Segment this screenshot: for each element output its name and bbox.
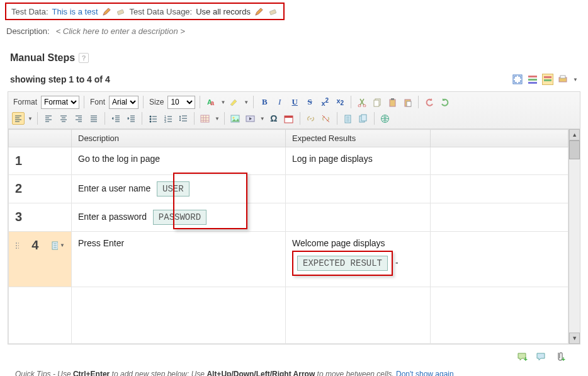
description-cell[interactable]: Enter a password PASSWORD xyxy=(72,203,286,232)
table-row[interactable] xyxy=(9,287,568,344)
comment-icon[interactable] xyxy=(535,351,548,363)
scroll-up-icon[interactable]: ▲ xyxy=(569,129,580,140)
pencil-icon[interactable] xyxy=(254,6,264,16)
underline-icon[interactable]: U xyxy=(288,96,301,108)
image-icon[interactable] xyxy=(229,112,242,125)
redo-icon[interactable] xyxy=(438,96,451,108)
svg-rect-26 xyxy=(201,115,209,122)
svg-rect-17 xyxy=(391,98,394,100)
blank-cell[interactable] xyxy=(431,147,568,175)
col-blank-header[interactable] xyxy=(431,130,568,147)
table-row[interactable]: 4 ▼ Press Enter Welcome page displays EX… xyxy=(9,232,568,287)
col-description-header[interactable]: Description xyxy=(72,130,286,147)
pencil-icon[interactable] xyxy=(102,6,112,16)
dropdown-arrow-icon[interactable]: ▼ xyxy=(244,100,249,105)
attachment-add-icon[interactable]: + xyxy=(554,351,567,363)
align-left-icon[interactable] xyxy=(42,112,55,125)
italic-icon[interactable]: I xyxy=(273,96,286,108)
description-cell[interactable]: Press Enter xyxy=(72,232,286,287)
paste-special-icon[interactable] xyxy=(401,96,414,108)
clipboard-list-icon[interactable] xyxy=(342,112,354,125)
blank-cell[interactable] xyxy=(431,232,568,287)
table-row[interactable]: 3 Enter a password PASSWORD xyxy=(9,203,568,232)
font-color-icon[interactable]: Aa xyxy=(205,96,217,108)
superscript-icon[interactable]: x2 xyxy=(319,96,331,108)
dropdown-arrow-icon[interactable]: ▼ xyxy=(28,116,33,122)
align-left-icon[interactable] xyxy=(12,112,25,125)
test-data-link[interactable]: This is a test xyxy=(52,7,98,16)
bold-icon[interactable]: B xyxy=(258,96,271,108)
expected-cell[interactable]: Log in page displays xyxy=(286,147,431,175)
grid-view-icon[interactable] xyxy=(542,74,553,85)
col-expected-header[interactable]: Expected Results xyxy=(286,130,431,147)
description-cell[interactable]: Go to the log in page xyxy=(72,147,286,175)
list-view-icon[interactable] xyxy=(527,74,538,85)
expected-cell[interactable] xyxy=(286,203,431,232)
param-token[interactable]: PASSWORD xyxy=(153,210,206,225)
tips-prefix: Quick Tips xyxy=(15,370,51,376)
copy-icon[interactable] xyxy=(371,96,383,108)
description-cell[interactable]: Enter a user name USER xyxy=(72,175,286,203)
calendar-icon[interactable] xyxy=(283,112,295,125)
eraser-icon[interactable] xyxy=(116,6,126,16)
dropdown-arrow-icon[interactable]: ▼ xyxy=(573,77,578,83)
clipboard-copy-icon[interactable] xyxy=(357,112,370,125)
document-icon[interactable] xyxy=(51,241,58,250)
bullet-list-icon[interactable] xyxy=(147,112,159,125)
comment-add-icon[interactable]: + xyxy=(516,351,529,363)
expected-cell[interactable]: Welcome page displays EXPECTED RESULT - xyxy=(286,232,431,287)
strike-icon[interactable]: S xyxy=(303,96,316,108)
omega-icon[interactable]: Ω xyxy=(268,112,280,125)
step-number-cell-selected[interactable]: 4 ▼ xyxy=(9,232,72,287)
scroll-handle[interactable] xyxy=(569,140,580,159)
drag-handle-icon[interactable] xyxy=(15,241,19,250)
outdent-icon[interactable] xyxy=(110,112,122,125)
font-select[interactable]: Arial xyxy=(109,96,139,109)
link-icon[interactable] xyxy=(305,112,317,125)
scroll-down-icon[interactable]: ▼ xyxy=(569,333,580,344)
undo-icon[interactable] xyxy=(423,96,436,108)
align-right-icon[interactable] xyxy=(72,112,85,125)
table-header-row: Description Expected Results xyxy=(9,130,568,147)
line-spacing-icon[interactable] xyxy=(177,112,189,125)
blank-cell[interactable] xyxy=(431,203,568,232)
table-row[interactable]: 2 Enter a user name USER xyxy=(9,175,568,203)
table-row[interactable]: 1 Go to the log in page Log in page disp… xyxy=(9,147,568,175)
align-center-icon[interactable] xyxy=(57,112,70,125)
svg-point-20 xyxy=(149,116,151,118)
paste-icon[interactable] xyxy=(386,96,399,108)
highlight-icon[interactable] xyxy=(228,96,240,108)
globe-icon[interactable] xyxy=(379,112,392,125)
svg-point-41 xyxy=(18,248,19,249)
col-step-header[interactable] xyxy=(9,130,72,147)
table-icon[interactable] xyxy=(199,112,212,125)
align-justify-icon[interactable] xyxy=(88,112,100,125)
description-placeholder[interactable]: < Click here to enter a description > xyxy=(56,26,185,36)
svg-rect-3 xyxy=(528,76,537,77)
param-token[interactable]: USER xyxy=(157,181,189,197)
dont-show-link[interactable]: Don't show again xyxy=(396,370,454,376)
blank-cell[interactable] xyxy=(431,175,568,203)
indent-icon[interactable] xyxy=(125,112,137,125)
svg-point-39 xyxy=(18,245,19,246)
subscript-icon[interactable]: x2 xyxy=(334,96,346,108)
unlink-icon[interactable] xyxy=(320,112,332,125)
dropdown-arrow-icon[interactable]: ▼ xyxy=(220,100,225,105)
dropdown-arrow-icon[interactable]: ▼ xyxy=(60,242,65,248)
eraser-icon[interactable] xyxy=(268,6,278,16)
size-select[interactable]: 10 xyxy=(167,96,195,109)
video-icon[interactable] xyxy=(244,112,257,125)
dropdown-arrow-icon[interactable]: ▼ xyxy=(260,116,265,122)
help-icon[interactable]: ? xyxy=(79,53,89,63)
step-expected: Log in page displays xyxy=(292,154,373,164)
dropdown-arrow-icon[interactable]: ▼ xyxy=(215,116,220,122)
expected-cell[interactable] xyxy=(286,175,431,203)
format-select[interactable]: Format xyxy=(41,96,79,109)
cut-icon[interactable] xyxy=(356,96,368,108)
vertical-scrollbar[interactable]: ▲ ▼ xyxy=(568,129,580,344)
param-token[interactable]: EXPECTED RESULT xyxy=(297,256,388,271)
print-icon[interactable] xyxy=(557,74,568,85)
test-data-label: Test Data: xyxy=(11,7,48,16)
expand-icon[interactable] xyxy=(512,74,523,85)
number-list-icon[interactable]: 123 xyxy=(162,112,174,125)
